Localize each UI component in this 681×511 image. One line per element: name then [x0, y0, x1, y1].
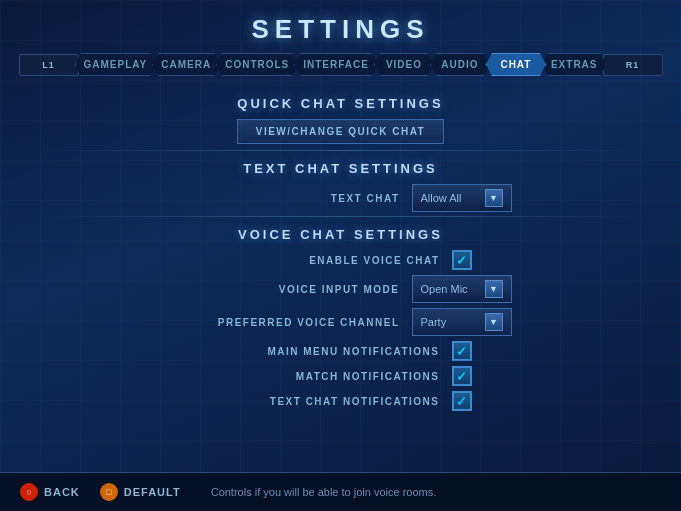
enable-voice-chat-checkbox[interactable] [452, 250, 472, 270]
default-button-label: DEFAULT [124, 486, 181, 498]
tab-video[interactable]: VIDEO [374, 53, 434, 76]
tab-extras[interactable]: EXTRAS [542, 53, 607, 76]
voice-input-mode-value: Open Mic [421, 283, 479, 295]
match-notifications-checkbox[interactable] [452, 366, 472, 386]
back-button-icon: ○ [20, 483, 38, 501]
quick-chat-section-title: QUICK CHAT SETTINGS [40, 96, 641, 111]
enable-voice-chat-label: ENABLE VOICE CHAT [210, 255, 440, 266]
voice-input-mode-row: VOICE INPUT MODE Open Mic ▼ [40, 275, 641, 303]
preferred-voice-channel-control: Party ▼ [412, 308, 512, 336]
help-text: Controls if you will be able to join voi… [211, 486, 437, 498]
bottom-bar: ○ BACK □ DEFAULT Controls if you will be… [0, 472, 681, 511]
preferred-voice-channel-dropdown[interactable]: Party ▼ [412, 308, 512, 336]
default-button[interactable]: □ DEFAULT [100, 483, 181, 501]
match-notifications-control [452, 366, 472, 386]
text-chat-row: TEXT CHAT Allow All ▼ [40, 184, 641, 212]
text-chat-section-title: TEXT CHAT SETTINGS [40, 161, 641, 176]
tab-l1[interactable]: L1 [19, 54, 79, 76]
preferred-voice-channel-label: PREFERRED VOICE CHANNEL [170, 317, 400, 328]
preferred-voice-channel-value: Party [421, 316, 479, 328]
enable-voice-chat-control [452, 250, 472, 270]
view-change-quick-chat-button[interactable]: VIEW/CHANGE QUICK CHAT [237, 119, 444, 144]
text-chat-notifications-checkbox[interactable] [452, 391, 472, 411]
tab-audio[interactable]: AUDIO [430, 53, 490, 76]
text-chat-notifications-control [452, 391, 472, 411]
tab-bar: L1 GAMEPLAY CAMERA CONTROLS INTERFACE VI… [0, 53, 681, 76]
voice-chat-section-title: VOICE CHAT SETTINGS [40, 227, 641, 242]
voice-input-mode-label: VOICE INPUT MODE [170, 284, 400, 295]
text-chat-dropdown-arrow: ▼ [485, 189, 503, 207]
text-chat-notifications-label: TEXT CHAT NOTIFICATIONS [210, 396, 440, 407]
back-button[interactable]: ○ BACK [20, 483, 80, 501]
enable-voice-chat-row: ENABLE VOICE CHAT [40, 250, 641, 270]
match-notifications-label: MATCH NOTIFICATIONS [210, 371, 440, 382]
tab-chat[interactable]: CHAT [486, 53, 546, 76]
preferred-voice-channel-arrow: ▼ [485, 313, 503, 331]
text-chat-label: TEXT CHAT [170, 193, 400, 204]
text-chat-notifications-row: TEXT CHAT NOTIFICATIONS [40, 391, 641, 411]
voice-input-mode-dropdown[interactable]: Open Mic ▼ [412, 275, 512, 303]
page-title: SETTINGS [0, 0, 681, 53]
tab-interface[interactable]: INTERFACE [294, 53, 378, 76]
main-menu-notifications-checkbox[interactable] [452, 341, 472, 361]
voice-input-mode-control: Open Mic ▼ [412, 275, 512, 303]
tab-r1[interactable]: R1 [603, 54, 663, 76]
divider-2 [40, 216, 641, 217]
main-menu-notifications-control [452, 341, 472, 361]
default-button-icon: □ [100, 483, 118, 501]
main-menu-notifications-row: MAIN MENU NOTIFICATIONS [40, 341, 641, 361]
text-chat-dropdown[interactable]: Allow All ▼ [412, 184, 512, 212]
divider-1 [40, 150, 641, 151]
match-notifications-row: MATCH NOTIFICATIONS [40, 366, 641, 386]
voice-input-mode-arrow: ▼ [485, 280, 503, 298]
back-button-label: BACK [44, 486, 80, 498]
tab-camera[interactable]: CAMERA [152, 53, 220, 76]
tab-controls[interactable]: CONTROLS [216, 53, 298, 76]
content-area: QUICK CHAT SETTINGS VIEW/CHANGE QUICK CH… [0, 82, 681, 421]
voice-chat-settings-grid: ENABLE VOICE CHAT VOICE INPUT MODE Open … [40, 250, 641, 411]
tab-gameplay[interactable]: GAMEPLAY [75, 53, 157, 76]
text-chat-control: Allow All ▼ [412, 184, 512, 212]
preferred-voice-channel-row: PREFERRED VOICE CHANNEL Party ▼ [40, 308, 641, 336]
main-menu-notifications-label: MAIN MENU NOTIFICATIONS [210, 346, 440, 357]
text-chat-dropdown-value: Allow All [421, 192, 479, 204]
